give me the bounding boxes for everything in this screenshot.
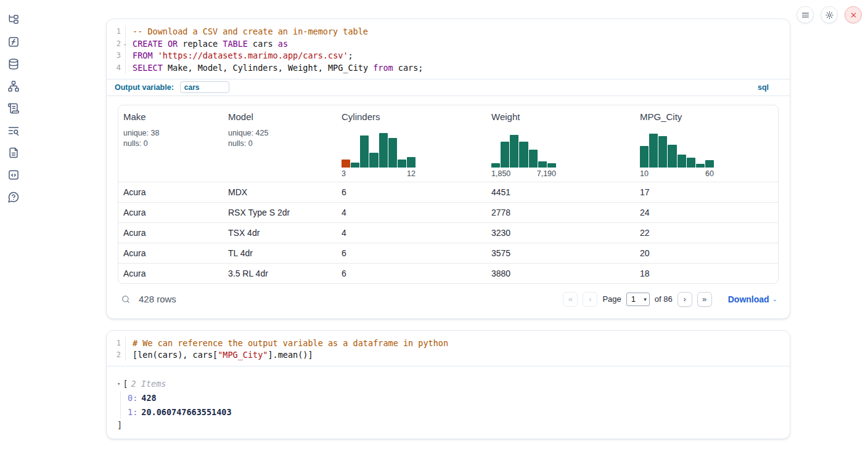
- scratchpad-icon[interactable]: [7, 169, 20, 181]
- table-cell: 24: [635, 208, 778, 217]
- language-badge: sql: [758, 83, 769, 92]
- column-stats: unique: 38nulls: 0: [123, 128, 219, 149]
- code-text[interactable]: [len(cars), cars["MPG_City"].mean()]: [126, 350, 313, 360]
- code-text[interactable]: # We can reference the output variable a…: [126, 338, 448, 348]
- first-page-icon: «: [568, 294, 573, 304]
- last-page-icon: »: [702, 294, 706, 304]
- code-text[interactable]: CREATE OR replace TABLE cars as: [126, 39, 288, 49]
- table-cell: Acura: [118, 187, 223, 197]
- histogram-bar: [696, 164, 705, 168]
- settings-gear-icon: [825, 10, 834, 20]
- line-number-text: 1: [117, 27, 121, 36]
- axis-min-label: 10: [640, 169, 649, 178]
- table-cell: 6: [337, 187, 486, 197]
- first-page-button[interactable]: «: [563, 292, 578, 307]
- table-cell: MDX: [223, 187, 337, 197]
- histogram-bar: [538, 161, 547, 168]
- download-button[interactable]: Download ⌄: [728, 294, 777, 304]
- code-token: from: [373, 63, 393, 73]
- menu-button[interactable]: [796, 6, 814, 23]
- histogram-bar: [649, 134, 658, 167]
- functions-icon[interactable]: [7, 36, 20, 48]
- output-variable-input[interactable]: [180, 81, 229, 93]
- list-output-tree: ▾ [ 2 Items 0:4281:20.060747663551403 ]: [107, 366, 790, 439]
- settings-button[interactable]: [821, 6, 838, 23]
- code-token: TABLE: [223, 39, 248, 49]
- table-cell: 3880: [486, 269, 635, 278]
- notebook-cells: 1-- Download a CSV and create an in-memo…: [106, 18, 790, 439]
- histogram-axis-labels: 312: [342, 169, 416, 178]
- sql-code-editor[interactable]: 1-- Download a CSV and create an in-memo…: [107, 19, 790, 79]
- histogram-axis-labels: 1060: [640, 169, 714, 178]
- file-tree-icon[interactable]: [7, 14, 20, 26]
- snippets-icon[interactable]: [7, 102, 20, 115]
- last-page-button[interactable]: »: [697, 292, 712, 307]
- tree-entry: 0:428: [128, 391, 779, 405]
- table-cell: 3575: [486, 248, 635, 258]
- histogram-bar: [678, 155, 686, 168]
- prev-page-button[interactable]: ‹: [583, 292, 597, 307]
- close-bracket: ]: [117, 420, 779, 430]
- tree-entry: 1:20.060747663551403: [128, 405, 779, 419]
- table-row: AcuraTL 4dr6357520: [118, 243, 778, 263]
- histogram-bar: [360, 136, 369, 168]
- collapse-chevron-icon[interactable]: ▾: [117, 381, 120, 387]
- page-total-label: of 86: [655, 294, 673, 304]
- code-token: "MPG_City": [218, 350, 268, 360]
- python-cell: 1# We can reference the output variable …: [106, 330, 790, 439]
- table-row: AcuraRSX Type S 2dr4277824: [118, 202, 778, 222]
- histogram-bar: [510, 135, 518, 168]
- line-number: 1: [107, 25, 126, 38]
- column-stat: unique: 425: [228, 128, 333, 139]
- python-code-editor[interactable]: 1# We can reference the output variable …: [107, 331, 790, 366]
- logs-search-icon[interactable]: [7, 124, 20, 137]
- code-text[interactable]: SELECT Make, Model, Cylinders, Weight, M…: [126, 63, 423, 73]
- menu-icon: [801, 10, 810, 20]
- table-cell: Acura: [118, 228, 223, 238]
- documentation-icon[interactable]: [7, 147, 20, 159]
- histogram-bar: [640, 146, 649, 168]
- line-number-text: 2: [117, 350, 121, 359]
- code-token: as: [278, 39, 288, 49]
- column-title: Make: [123, 111, 219, 122]
- table-cell: 22: [635, 228, 778, 238]
- page-number-select[interactable]: 1 ▾: [626, 293, 650, 306]
- chevron-down-icon: ⌄: [772, 296, 777, 302]
- histogram-bar: [407, 157, 416, 168]
- column-header[interactable]: Modelunique: 425nulls: 0: [223, 105, 337, 182]
- shutdown-button[interactable]: [845, 6, 862, 23]
- code-token: FROM: [133, 51, 153, 60]
- tree-entry-index: 1:: [128, 407, 137, 417]
- histogram-bar: [398, 160, 406, 167]
- line-number: 1: [107, 337, 126, 349]
- chevron-down-icon: ▾: [644, 296, 647, 302]
- code-token: SELECT: [133, 63, 163, 73]
- histogram-bar: [705, 160, 714, 168]
- column-stat: nulls: 0: [123, 139, 219, 149]
- column-header[interactable]: MPG_City1060: [635, 105, 778, 182]
- column-title: Cylinders: [342, 111, 483, 122]
- next-page-button[interactable]: ›: [678, 292, 692, 307]
- column-stats: unique: 425nulls: 0: [228, 128, 333, 149]
- histogram-bars: [640, 133, 714, 168]
- table-row: Acura3.5 RL 4dr6388018: [118, 263, 778, 283]
- code-text[interactable]: FROM 'https://datasets.marimo.app/cars.c…: [126, 51, 353, 60]
- code-text[interactable]: -- Download a CSV and create an in-memor…: [126, 26, 368, 36]
- table-cell: 6: [337, 269, 486, 278]
- column-header[interactable]: Makeunique: 38nulls: 0: [118, 105, 223, 182]
- dependencies-icon[interactable]: [7, 80, 20, 92]
- histogram-bar: [342, 160, 350, 167]
- search-button[interactable]: [119, 293, 133, 306]
- histogram-bar: [668, 145, 676, 167]
- axis-max-label: 7,190: [537, 169, 556, 178]
- code-token: 'https://datasets.marimo.app/cars.csv': [158, 51, 348, 60]
- datasources-icon[interactable]: [7, 58, 20, 70]
- line-number: 3: [107, 49, 126, 62]
- code-line: 1-- Download a CSV and create an in-memo…: [107, 25, 790, 38]
- fold-chevron-icon[interactable]: ⌄: [123, 41, 126, 46]
- axis-min-label: 1,850: [491, 169, 510, 178]
- code-line: 3FROM 'https://datasets.marimo.app/cars.…: [107, 49, 790, 62]
- help-icon[interactable]: [7, 191, 20, 203]
- column-header[interactable]: Cylinders312: [337, 105, 486, 182]
- column-header[interactable]: Weight1,8507,190: [486, 105, 635, 182]
